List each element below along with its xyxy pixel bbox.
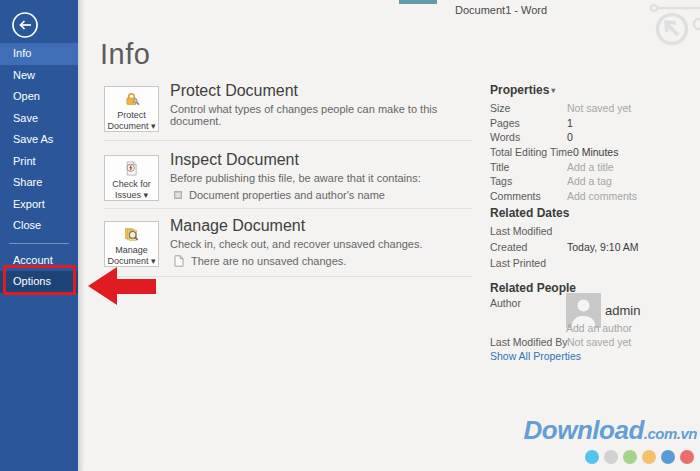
back-button[interactable]	[11, 11, 39, 39]
section-heading: Inspect Document	[170, 151, 470, 169]
lock-key-icon	[120, 91, 143, 108]
capture-logo-watermark	[644, 0, 700, 52]
manage-bullet: There are no unsaved changes.	[170, 255, 470, 267]
related-dates-heading: Related Dates	[490, 206, 569, 220]
sidebar-item-export[interactable]: Export	[0, 194, 78, 216]
add-comments-field[interactable]: Add comments	[567, 190, 637, 202]
related-dates-rows: Last Modified CreatedToday, 9:10 AM Last…	[490, 223, 696, 271]
sidebar-item-share[interactable]: Share	[0, 172, 78, 194]
properties-heading[interactable]: Properties▾	[490, 83, 555, 97]
add-title-field[interactable]: Add a title	[567, 161, 614, 173]
brand-dot	[680, 450, 694, 464]
property-row: Words0	[490, 130, 696, 145]
brand-dot	[604, 450, 618, 464]
sidebar-item-close[interactable]: Close	[0, 215, 78, 237]
inspect-document-section: Check forIssues ▾ Inspect Document Befor…	[104, 155, 472, 209]
last-modified-by-value: Not saved yet	[567, 336, 631, 348]
protect-document-button[interactable]: ProtectDocument ▾	[104, 86, 159, 132]
window-title: Document1 - Word	[455, 4, 547, 16]
sidebar-item-save-as[interactable]: Save As	[0, 129, 78, 151]
author-name: admin	[605, 303, 640, 318]
add-author-field[interactable]: Add an author	[566, 322, 632, 334]
watermark-text: Download.com.vn	[524, 415, 697, 446]
options-pointer-arrow	[60, 258, 156, 308]
word-backstage-window: Document1 - Word Info New Open Save Save…	[0, 0, 700, 471]
watermark-dots	[524, 450, 697, 464]
section-description: Control what types of changes people can…	[170, 103, 470, 127]
back-arrow-icon	[11, 11, 39, 39]
button-label: Check forIssues ▾	[112, 179, 151, 200]
last-modified-by-label: Last Modified By	[490, 336, 568, 348]
chevron-down-icon: ▾	[551, 86, 555, 95]
inspect-document-icon	[120, 160, 143, 177]
section-heading: Manage Document	[170, 217, 470, 235]
show-all-properties-link[interactable]: Show All Properties	[490, 350, 581, 362]
brand-dot	[623, 450, 637, 464]
related-people-heading: Related People	[490, 281, 576, 295]
property-row: Total Editing Time0 Minutes	[490, 145, 696, 160]
property-row: SizeNot saved yet	[490, 101, 696, 116]
section-description: Before publishing this file, be aware th…	[170, 172, 470, 184]
sidebar-item-open[interactable]: Open	[0, 86, 78, 108]
brand-dot	[661, 450, 675, 464]
backstage-nav: Info New Open Save Save As Print Share E…	[0, 43, 78, 293]
sidebar-divider	[9, 243, 69, 244]
sidebar-item-new[interactable]: New	[0, 65, 78, 87]
sidebar-item-print[interactable]: Print	[0, 151, 78, 173]
brand-dot	[585, 450, 599, 464]
manage-document-icon	[120, 226, 143, 243]
add-tag-field[interactable]: Add a tag	[567, 175, 612, 187]
backstage-sidebar: Info New Open Save Save As Print Share E…	[0, 0, 78, 471]
document-properties-panel: Properties▾ SizeNot saved yet Pages1 Wor…	[490, 0, 696, 471]
document-properties-icon	[174, 191, 182, 199]
property-row: CommentsAdd comments	[490, 189, 696, 204]
property-row: TitleAdd a title	[490, 159, 696, 174]
section-heading: Protect Document	[170, 82, 470, 100]
button-label: ProtectDocument ▾	[107, 110, 155, 131]
author-label: Author	[490, 297, 521, 309]
downloadvn-watermark: Download.com.vn	[524, 415, 697, 464]
check-for-issues-button[interactable]: Check forIssues ▾	[104, 155, 159, 201]
section-description: Check in, check out, and recover unsaved…	[170, 238, 470, 250]
sidebar-item-info[interactable]: Info	[0, 43, 78, 65]
brand-dot	[642, 450, 656, 464]
manage-document-section: ManageDocument ▾ Manage Document Check i…	[104, 221, 472, 277]
teal-strip	[399, 0, 437, 4]
sidebar-edge-shadow	[78, 0, 85, 471]
property-row: Pages1	[490, 116, 696, 131]
protect-document-section: ProtectDocument ▾ Protect Document Contr…	[104, 86, 472, 141]
date-row: Last Modified	[490, 223, 696, 239]
unsaved-document-icon	[174, 255, 184, 267]
sidebar-item-save[interactable]: Save	[0, 108, 78, 130]
date-row: CreatedToday, 9:10 AM	[490, 239, 696, 255]
property-row: TagsAdd a tag	[490, 174, 696, 189]
page-title: Info	[100, 38, 150, 71]
inspect-bullet: Document properties and author's name	[170, 189, 470, 201]
date-row: Last Printed	[490, 255, 696, 271]
properties-rows: SizeNot saved yet Pages1 Words0 Total Ed…	[490, 101, 696, 203]
